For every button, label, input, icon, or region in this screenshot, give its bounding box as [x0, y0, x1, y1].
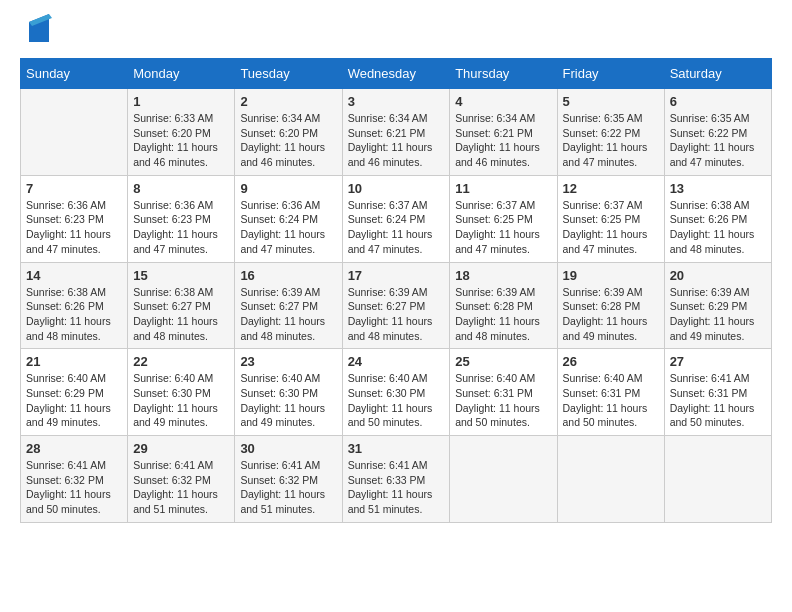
- calendar-week-row: 28Sunrise: 6:41 AM Sunset: 6:32 PM Dayli…: [21, 436, 772, 523]
- day-number: 6: [670, 94, 766, 109]
- cell-info: Sunrise: 6:37 AM Sunset: 6:24 PM Dayligh…: [348, 198, 445, 257]
- cell-info: Sunrise: 6:37 AM Sunset: 6:25 PM Dayligh…: [563, 198, 659, 257]
- calendar-cell: 9Sunrise: 6:36 AM Sunset: 6:24 PM Daylig…: [235, 175, 342, 262]
- calendar-cell: 24Sunrise: 6:40 AM Sunset: 6:30 PM Dayli…: [342, 349, 450, 436]
- cell-info: Sunrise: 6:40 AM Sunset: 6:31 PM Dayligh…: [563, 371, 659, 430]
- calendar-cell: 28Sunrise: 6:41 AM Sunset: 6:32 PM Dayli…: [21, 436, 128, 523]
- cell-info: Sunrise: 6:36 AM Sunset: 6:23 PM Dayligh…: [26, 198, 122, 257]
- day-number: 22: [133, 354, 229, 369]
- calendar-cell: 3Sunrise: 6:34 AM Sunset: 6:21 PM Daylig…: [342, 89, 450, 176]
- cell-info: Sunrise: 6:40 AM Sunset: 6:30 PM Dayligh…: [240, 371, 336, 430]
- day-number: 29: [133, 441, 229, 456]
- day-number: 9: [240, 181, 336, 196]
- calendar-cell: 25Sunrise: 6:40 AM Sunset: 6:31 PM Dayli…: [450, 349, 557, 436]
- day-number: 28: [26, 441, 122, 456]
- calendar-week-row: 14Sunrise: 6:38 AM Sunset: 6:26 PM Dayli…: [21, 262, 772, 349]
- calendar-cell: 27Sunrise: 6:41 AM Sunset: 6:31 PM Dayli…: [664, 349, 771, 436]
- day-of-week-header: Friday: [557, 59, 664, 89]
- calendar-cell: [450, 436, 557, 523]
- cell-info: Sunrise: 6:36 AM Sunset: 6:24 PM Dayligh…: [240, 198, 336, 257]
- cell-info: Sunrise: 6:34 AM Sunset: 6:20 PM Dayligh…: [240, 111, 336, 170]
- cell-info: Sunrise: 6:34 AM Sunset: 6:21 PM Dayligh…: [348, 111, 445, 170]
- calendar-week-row: 21Sunrise: 6:40 AM Sunset: 6:29 PM Dayli…: [21, 349, 772, 436]
- day-number: 26: [563, 354, 659, 369]
- day-number: 11: [455, 181, 551, 196]
- calendar-cell: 16Sunrise: 6:39 AM Sunset: 6:27 PM Dayli…: [235, 262, 342, 349]
- day-of-week-header: Tuesday: [235, 59, 342, 89]
- day-number: 1: [133, 94, 229, 109]
- calendar-cell: 8Sunrise: 6:36 AM Sunset: 6:23 PM Daylig…: [128, 175, 235, 262]
- day-number: 24: [348, 354, 445, 369]
- calendar-cell: 29Sunrise: 6:41 AM Sunset: 6:32 PM Dayli…: [128, 436, 235, 523]
- calendar-cell: [664, 436, 771, 523]
- cell-info: Sunrise: 6:41 AM Sunset: 6:32 PM Dayligh…: [240, 458, 336, 517]
- day-number: 7: [26, 181, 122, 196]
- cell-info: Sunrise: 6:41 AM Sunset: 6:32 PM Dayligh…: [133, 458, 229, 517]
- cell-info: Sunrise: 6:41 AM Sunset: 6:33 PM Dayligh…: [348, 458, 445, 517]
- calendar-week-row: 1Sunrise: 6:33 AM Sunset: 6:20 PM Daylig…: [21, 89, 772, 176]
- day-number: 25: [455, 354, 551, 369]
- day-number: 14: [26, 268, 122, 283]
- calendar-cell: 15Sunrise: 6:38 AM Sunset: 6:27 PM Dayli…: [128, 262, 235, 349]
- cell-info: Sunrise: 6:39 AM Sunset: 6:28 PM Dayligh…: [455, 285, 551, 344]
- logo: [20, 20, 54, 48]
- cell-info: Sunrise: 6:41 AM Sunset: 6:32 PM Dayligh…: [26, 458, 122, 517]
- day-number: 23: [240, 354, 336, 369]
- day-number: 12: [563, 181, 659, 196]
- day-of-week-header: Wednesday: [342, 59, 450, 89]
- cell-info: Sunrise: 6:39 AM Sunset: 6:27 PM Dayligh…: [348, 285, 445, 344]
- calendar-week-row: 7Sunrise: 6:36 AM Sunset: 6:23 PM Daylig…: [21, 175, 772, 262]
- day-number: 13: [670, 181, 766, 196]
- day-number: 5: [563, 94, 659, 109]
- logo-icon: [24, 12, 54, 48]
- day-number: 8: [133, 181, 229, 196]
- calendar-cell: 23Sunrise: 6:40 AM Sunset: 6:30 PM Dayli…: [235, 349, 342, 436]
- cell-info: Sunrise: 6:38 AM Sunset: 6:26 PM Dayligh…: [26, 285, 122, 344]
- calendar-cell: 12Sunrise: 6:37 AM Sunset: 6:25 PM Dayli…: [557, 175, 664, 262]
- calendar-cell: 26Sunrise: 6:40 AM Sunset: 6:31 PM Dayli…: [557, 349, 664, 436]
- calendar-cell: [21, 89, 128, 176]
- day-of-week-header: Thursday: [450, 59, 557, 89]
- calendar-cell: 10Sunrise: 6:37 AM Sunset: 6:24 PM Dayli…: [342, 175, 450, 262]
- day-number: 31: [348, 441, 445, 456]
- day-number: 30: [240, 441, 336, 456]
- cell-info: Sunrise: 6:41 AM Sunset: 6:31 PM Dayligh…: [670, 371, 766, 430]
- day-of-week-header: Sunday: [21, 59, 128, 89]
- day-number: 17: [348, 268, 445, 283]
- cell-info: Sunrise: 6:39 AM Sunset: 6:29 PM Dayligh…: [670, 285, 766, 344]
- cell-info: Sunrise: 6:38 AM Sunset: 6:27 PM Dayligh…: [133, 285, 229, 344]
- cell-info: Sunrise: 6:34 AM Sunset: 6:21 PM Dayligh…: [455, 111, 551, 170]
- calendar-cell: 14Sunrise: 6:38 AM Sunset: 6:26 PM Dayli…: [21, 262, 128, 349]
- calendar-cell: [557, 436, 664, 523]
- cell-info: Sunrise: 6:40 AM Sunset: 6:29 PM Dayligh…: [26, 371, 122, 430]
- cell-info: Sunrise: 6:39 AM Sunset: 6:27 PM Dayligh…: [240, 285, 336, 344]
- header-row: SundayMondayTuesdayWednesdayThursdayFrid…: [21, 59, 772, 89]
- day-number: 3: [348, 94, 445, 109]
- calendar-cell: 17Sunrise: 6:39 AM Sunset: 6:27 PM Dayli…: [342, 262, 450, 349]
- calendar-cell: 6Sunrise: 6:35 AM Sunset: 6:22 PM Daylig…: [664, 89, 771, 176]
- calendar-cell: 2Sunrise: 6:34 AM Sunset: 6:20 PM Daylig…: [235, 89, 342, 176]
- day-number: 27: [670, 354, 766, 369]
- cell-info: Sunrise: 6:35 AM Sunset: 6:22 PM Dayligh…: [563, 111, 659, 170]
- calendar-cell: 31Sunrise: 6:41 AM Sunset: 6:33 PM Dayli…: [342, 436, 450, 523]
- page-header: [20, 20, 772, 48]
- cell-info: Sunrise: 6:36 AM Sunset: 6:23 PM Dayligh…: [133, 198, 229, 257]
- cell-info: Sunrise: 6:38 AM Sunset: 6:26 PM Dayligh…: [670, 198, 766, 257]
- cell-info: Sunrise: 6:35 AM Sunset: 6:22 PM Dayligh…: [670, 111, 766, 170]
- calendar-cell: 19Sunrise: 6:39 AM Sunset: 6:28 PM Dayli…: [557, 262, 664, 349]
- day-number: 18: [455, 268, 551, 283]
- day-number: 21: [26, 354, 122, 369]
- day-number: 10: [348, 181, 445, 196]
- calendar-cell: 4Sunrise: 6:34 AM Sunset: 6:21 PM Daylig…: [450, 89, 557, 176]
- day-number: 19: [563, 268, 659, 283]
- cell-info: Sunrise: 6:33 AM Sunset: 6:20 PM Dayligh…: [133, 111, 229, 170]
- cell-info: Sunrise: 6:37 AM Sunset: 6:25 PM Dayligh…: [455, 198, 551, 257]
- day-of-week-header: Saturday: [664, 59, 771, 89]
- cell-info: Sunrise: 6:39 AM Sunset: 6:28 PM Dayligh…: [563, 285, 659, 344]
- calendar-cell: 1Sunrise: 6:33 AM Sunset: 6:20 PM Daylig…: [128, 89, 235, 176]
- calendar-cell: 11Sunrise: 6:37 AM Sunset: 6:25 PM Dayli…: [450, 175, 557, 262]
- cell-info: Sunrise: 6:40 AM Sunset: 6:30 PM Dayligh…: [348, 371, 445, 430]
- calendar-cell: 18Sunrise: 6:39 AM Sunset: 6:28 PM Dayli…: [450, 262, 557, 349]
- calendar-cell: 5Sunrise: 6:35 AM Sunset: 6:22 PM Daylig…: [557, 89, 664, 176]
- calendar-table: SundayMondayTuesdayWednesdayThursdayFrid…: [20, 58, 772, 523]
